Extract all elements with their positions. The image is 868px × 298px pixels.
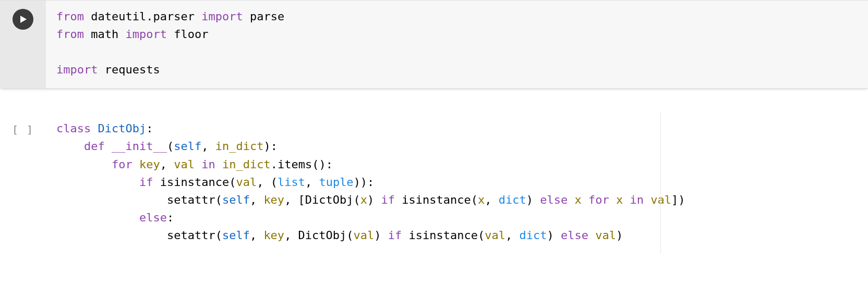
cell-gutter: [ ]	[0, 113, 46, 138]
run-button[interactable]	[13, 9, 33, 30]
play-icon	[18, 15, 28, 24]
code-cell[interactable]: [ ] class DictObj: def __init__(self, in…	[0, 113, 868, 254]
notebook: from dateutil.parser import parse from m…	[0, 0, 868, 254]
code-editor[interactable]: from dateutil.parser import parse from m…	[46, 1, 868, 88]
cell-spacer	[0, 89, 868, 113]
code-cell[interactable]: from dateutil.parser import parse from m…	[0, 0, 868, 89]
svg-marker-0	[20, 16, 27, 23]
code-text: class DictObj: def __init__(self, in_dic…	[56, 120, 861, 244]
code-text: from dateutil.parser import parse from m…	[56, 8, 861, 79]
execution-prompt: [ ]	[12, 119, 34, 138]
cell-gutter	[0, 1, 46, 88]
code-editor[interactable]: class DictObj: def __init__(self, in_dic…	[46, 113, 868, 254]
